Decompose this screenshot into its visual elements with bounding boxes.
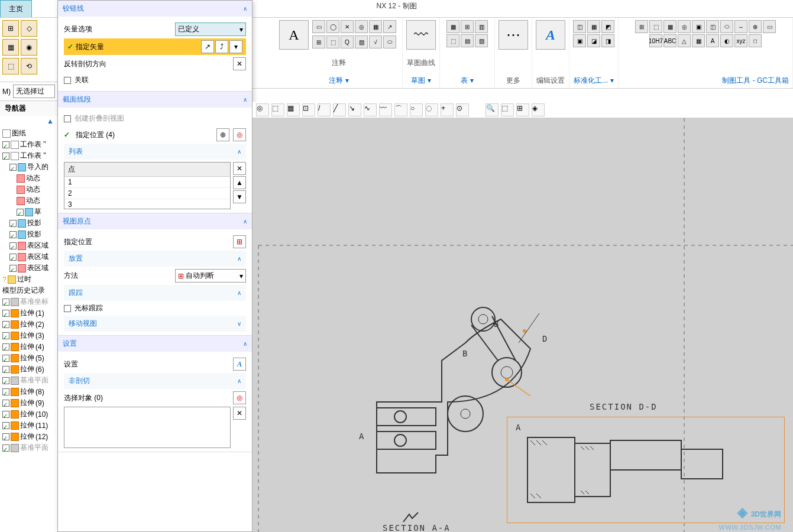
ribbon-icon[interactable]: ▭ <box>312 20 325 33</box>
tree-proj-1[interactable]: 投影 <box>2 218 55 229</box>
sketch-group-label[interactable]: 草图 ▾ <box>411 76 431 86</box>
track-header[interactable]: 跟踪∧ <box>64 285 246 301</box>
ribbon-icon[interactable]: ◐ <box>720 34 733 47</box>
tab-home[interactable]: 主页 <box>0 0 32 17</box>
edit-settings-button[interactable]: A <box>536 20 565 50</box>
ribbon-icon[interactable]: ▦ <box>446 20 459 33</box>
cv-btn[interactable]: ◈ <box>532 103 545 116</box>
cv-btn[interactable]: + <box>441 103 454 116</box>
tree-ext-11[interactable]: 拉伸 (11) <box>2 420 55 431</box>
tree-sheet-2[interactable]: 工作表 " <box>2 150 55 161</box>
settings-btn[interactable]: A <box>233 358 246 371</box>
ribbon-icon[interactable]: ⬚ <box>446 34 459 47</box>
vector-option-dropdown[interactable]: 已定义▾ <box>175 22 246 36</box>
vector-pick-icon[interactable]: ↗ <box>201 40 214 53</box>
assoc-checkbox[interactable] <box>64 77 71 84</box>
ribbon-icon[interactable]: ◎ <box>355 20 368 33</box>
tree-ext-10[interactable]: 拉伸 (10) <box>2 408 55 420</box>
create-fold-checkbox[interactable] <box>64 115 71 122</box>
ribbon-icon[interactable]: ▥ <box>475 20 488 33</box>
section-hinge-line[interactable]: 铰链线∧ <box>58 1 252 17</box>
tree-datum-cs[interactable]: 基准坐标 <box>2 296 55 307</box>
tree-datum-plane[interactable]: 基准平面 <box>2 375 55 386</box>
cv-btn[interactable]: ◌ <box>425 103 438 116</box>
ribbon-icon[interactable]: ▣ <box>692 20 705 33</box>
ribbon-icon[interactable]: □ <box>749 34 762 47</box>
specify-pos-pick[interactable]: ◎ <box>233 128 246 141</box>
ribbon-icon[interactable]: ⊞ <box>635 20 648 33</box>
tree-outdated[interactable]: ?过时 <box>2 274 55 285</box>
tree-ext-8[interactable]: 拉伸 (8) <box>2 386 55 397</box>
std-tools-label[interactable]: 标准化工... ▾ <box>574 76 613 86</box>
list-item-1[interactable]: 1 <box>64 177 230 188</box>
ribbon-icon[interactable]: ⊞ <box>312 35 325 48</box>
tree-dynamic-2[interactable]: 动态 <box>2 184 55 195</box>
table-group-label[interactable]: 表 ▾ <box>461 76 473 86</box>
more-button[interactable]: ⋯ <box>499 20 528 50</box>
section-seg-header[interactable]: 截面线段∧ <box>58 92 252 108</box>
cv-btn[interactable]: ↘ <box>348 103 361 116</box>
ribbon-icon[interactable]: ◎ <box>678 20 691 33</box>
ribbon-icon[interactable]: ▭ <box>763 20 776 33</box>
ribbon-icon[interactable]: ▨ <box>355 35 368 48</box>
cv-btn[interactable]: ╱ <box>333 103 346 116</box>
ribbon-icon[interactable]: ▦ <box>587 20 600 33</box>
ribbon-icon[interactable]: ◫ <box>706 20 719 33</box>
list-up-button[interactable]: ▲ <box>233 176 246 189</box>
cv-btn[interactable]: ○ <box>410 103 423 116</box>
ribbon-icon[interactable]: ↗ <box>383 20 396 33</box>
specify-vector-row[interactable]: ✓ 指定矢量 ↗ ⤴ ▾ <box>64 38 246 55</box>
cv-btn[interactable]: 〰 <box>379 103 392 116</box>
ribbon-icon[interactable]: ⊕ <box>749 20 762 33</box>
note-big-button[interactable]: A <box>279 20 309 50</box>
ribbon-icon[interactable]: ▦ <box>663 20 677 33</box>
ribbon-icon[interactable]: △ <box>678 34 691 47</box>
tree-ext-12[interactable]: 拉伸 (12) <box>2 431 55 442</box>
ribbon-icon[interactable]: ⬚ <box>326 35 339 48</box>
ribbon-icon[interactable]: ▦ <box>692 34 705 47</box>
cv-btn[interactable]: ⌒ <box>394 103 407 116</box>
toolbar-btn-1[interactable]: ⊞ <box>2 20 19 37</box>
cv-btn[interactable]: ▦ <box>287 103 300 116</box>
method-dropdown[interactable]: ⊞ 自动判断▾ <box>175 269 246 283</box>
place-header[interactable]: 放置∧ <box>64 251 246 267</box>
tree-ext-2[interactable]: 拉伸 (2) <box>2 319 55 330</box>
cv-btn[interactable]: 🔍 <box>485 103 499 116</box>
point-listbox[interactable]: 点 1 2 3 <box>64 162 231 209</box>
tree-region-1[interactable]: 表区域 <box>2 240 55 251</box>
ribbon-icon[interactable]: ▤ <box>461 34 474 47</box>
ribbon-icon[interactable]: Q <box>341 35 354 48</box>
ribbon-icon[interactable]: ↔ <box>734 20 747 33</box>
tree-region-2[interactable]: 表区域 <box>2 251 55 262</box>
cursor-track-checkbox[interactable] <box>64 305 71 312</box>
non-cut-header[interactable]: 非剖切∧ <box>64 373 246 389</box>
tree-ext-1[interactable]: 拉伸 (1) <box>2 307 55 319</box>
list-item-2[interactable]: 2 <box>64 188 230 199</box>
ribbon-icon[interactable]: ◯ <box>326 20 339 33</box>
cv-btn[interactable]: ⊡ <box>302 103 315 116</box>
cv-btn[interactable]: ◎ <box>256 103 269 116</box>
list-delete-button[interactable]: ✕ <box>233 162 246 175</box>
ribbon-icon[interactable]: ▣ <box>573 34 586 47</box>
tree-proj-2[interactable]: 投影 <box>2 229 55 240</box>
tree-ext-4[interactable]: 拉伸 (4) <box>2 341 55 352</box>
ribbon-icon[interactable]: ✕ <box>341 20 354 33</box>
tree-region-3[interactable]: 表区域 <box>2 262 55 274</box>
ribbon-icon[interactable]: ◫ <box>573 20 586 33</box>
ribbon-icon[interactable]: ▨ <box>475 34 488 47</box>
reverse-cut-button[interactable]: ✕ <box>233 57 246 70</box>
note-group-label[interactable]: 注释 ▾ <box>329 76 348 86</box>
ribbon-icon[interactable]: ◩ <box>601 20 614 33</box>
toolbar-btn-4[interactable]: ◉ <box>21 39 37 56</box>
tree-ext-9[interactable]: 拉伸 (9) <box>2 397 55 408</box>
cv-btn[interactable]: ⬚ <box>501 103 514 116</box>
cv-btn[interactable]: ∿ <box>364 103 377 116</box>
tree-imported[interactable]: 导入的 <box>2 161 55 173</box>
non-cut-list[interactable] <box>64 407 231 448</box>
select-obj-btn[interactable]: ◎ <box>233 391 246 404</box>
view-origin-header[interactable]: 视图原点∧ <box>58 213 252 229</box>
tree-ext-5[interactable]: 拉伸 (5) <box>2 352 55 364</box>
sketch-curve-button[interactable]: 〰 <box>406 20 436 50</box>
drawing-canvas[interactable]: A B B D SECTION D-D A SECTION A-A ◈ 3D世界… <box>253 118 793 532</box>
settings-header[interactable]: 设置∧ <box>58 336 252 352</box>
